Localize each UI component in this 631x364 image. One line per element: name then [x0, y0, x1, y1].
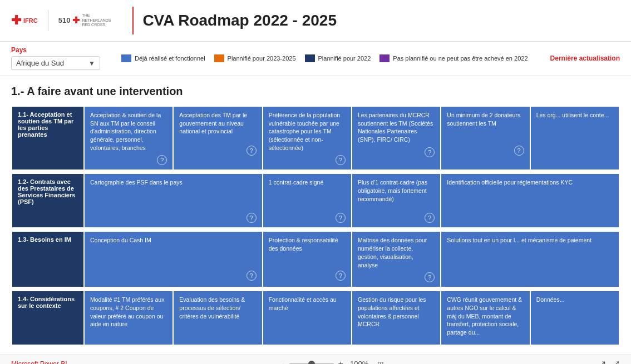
cell-4-2: Evaluation des besoins & processus de sé… — [173, 291, 262, 345]
cell-4-4: Gestion du risque pour les populations a… — [352, 291, 441, 345]
cell-text: Fonctionnalité et accès au marché — [269, 296, 346, 340]
partner-cross-icon: ✚ — [72, 15, 80, 26]
ifrc-text: IFRC — [23, 17, 38, 24]
cell-text: Les org... utilisent le conte... — [536, 111, 613, 156]
cell-text: Cartographie des PSF dans le pays — [90, 178, 257, 210]
legend-item-1: Déjà réalisé et fonctionnel — [121, 54, 205, 62]
page-title: CVA Roadmap 2022 - 2025 — [142, 12, 337, 29]
zoom-percent: 100% — [350, 360, 368, 364]
cell-3-3: Maîtrise des données pour numériser la c… — [352, 231, 441, 287]
cell-1-3: Préférence de la population vulnérable t… — [263, 106, 352, 170]
footer: Microsoft Power BI - + 100% ⊞ ↗ ⤢ — [0, 355, 631, 364]
chevron-down-icon: ▼ — [88, 59, 95, 67]
country-select[interactable]: Afrique du Sud ▼ — [11, 56, 100, 70]
question-icon[interactable]: ? — [336, 155, 346, 165]
cell-3-1: Conception du Cash IM ? — [84, 231, 263, 287]
cell-1-5: Un minimum de 2 donateurs soutiennent le… — [441, 106, 530, 170]
question-icon[interactable]: ? — [514, 146, 524, 156]
row-label-1: 1.1- Acceptation et soutien des TM par l… — [12, 106, 84, 170]
cell-text: Identification officielle pour réglement… — [447, 178, 613, 223]
question-icon[interactable]: ? — [425, 213, 435, 223]
legend-color-not-planned — [379, 54, 390, 62]
cell-2-1: Cartographie des PSF dans le pays ? — [84, 173, 263, 228]
cell-text: Acceptation & soutien de la SN aux TM pa… — [90, 111, 167, 152]
legend-color-planned-2022 — [305, 54, 315, 62]
cell-text: Préférence de la population vulnérable t… — [269, 111, 346, 152]
legend-items: Déjà réalisé et fonctionnel Plannifié po… — [121, 54, 546, 62]
legend-label-1: Déjà réalisé et fonctionnel — [135, 55, 205, 62]
main-container: ✚ IFRC 510 ✚ THE NETHERLANDS RED CROSS C… — [0, 0, 631, 364]
row-label-3: 1.3- Besoins en IM — [12, 231, 84, 287]
country-filter-area: Pays Afrique du Sud ▼ — [11, 46, 100, 70]
cell-4-1: Modalité #1 TM préférés aux coupons, # 2… — [84, 291, 173, 345]
cell-text: Un minimum de 2 donateurs soutiennent le… — [447, 111, 524, 142]
row-label-2: 1.2- Contrats avec des Prestataires de S… — [12, 173, 84, 228]
cell-text: Evaluation des besoins & processus de sé… — [179, 296, 256, 340]
legend-item-4: Pas plannifié ou ne peut pas être achevé… — [379, 54, 528, 62]
cell-4-3: Fonctionnalité et accès au marché — [263, 291, 352, 345]
cell-1-4: Les partenaires du MCRCR soutiennent les… — [352, 106, 441, 170]
expand-icon[interactable]: ⤢ — [613, 358, 620, 364]
last-update-link[interactable]: Dernière actualisation — [550, 54, 620, 62]
fullscreen-icon[interactable]: ⊞ — [377, 360, 384, 364]
cell-text: Données... — [536, 296, 613, 340]
share-icon[interactable]: ↗ — [599, 358, 606, 364]
table-row: 1.2- Contrats avec des Prestataires de S… — [12, 173, 619, 228]
legend-label-3: Plannifié pour 2023-2025 — [228, 55, 296, 62]
cell-text: Conception du Cash IM — [90, 236, 257, 267]
cell-1-1: Acceptation & soutien de la SN aux TM pa… — [84, 106, 173, 170]
legend-label-4: Pas plannifié ou ne peut pas être achevé… — [393, 55, 528, 62]
cell-1-6: Les org... utilisent le conte... — [530, 106, 619, 170]
question-icon[interactable]: ? — [247, 213, 257, 223]
cell-text: Les partenaires du MCRCR soutiennent les… — [358, 111, 435, 144]
header: ✚ IFRC 510 ✚ THE NETHERLANDS RED CROSS C… — [0, 0, 631, 42]
cell-text: Plus d'1 contrat-cadre (pas obligatoire,… — [358, 178, 435, 210]
question-icon[interactable]: ? — [336, 271, 346, 281]
question-icon[interactable]: ? — [247, 146, 257, 156]
partner-number: 510 — [58, 16, 71, 24]
legend-item-3: Plannifié pour 2023-2025 — [214, 54, 296, 62]
cell-4-6: Données... — [530, 291, 619, 345]
cell-text: CWG réunit gouvernement & autres NGO sur… — [447, 296, 524, 340]
zoom-control: - + 100% ⊞ — [282, 359, 384, 364]
cell-3-4: Solutions tout en un pour l... et mécani… — [441, 231, 619, 287]
legend-item-2: Plannifié pour 2022 — [305, 54, 371, 62]
roadmap-table: 1.1- Acceptation et soutien des TM par l… — [11, 106, 620, 346]
zoom-minus-button[interactable]: - — [282, 359, 284, 364]
legend-color-planned-2023 — [214, 54, 224, 62]
question-icon[interactable]: ? — [157, 155, 167, 165]
cell-text: Solutions tout en un pour l... et mécani… — [447, 236, 613, 281]
cell-text: Maîtrise des données pour numériser la c… — [358, 236, 435, 269]
ifrc-logo: ✚ IFRC — [11, 13, 38, 28]
legend-color-already-done — [121, 54, 131, 62]
row-label-4: 1.4- Considérations sur le contexte — [12, 291, 84, 345]
cell-text: Acceptation des TM par le gouvernement a… — [179, 111, 256, 142]
cell-2-2: 1 contrat-cadre signé ? — [263, 173, 352, 228]
table-row: 1.1- Acceptation et soutien des TM par l… — [12, 106, 619, 170]
question-icon[interactable]: ? — [425, 147, 435, 157]
cell-text: Modalité #1 TM préférés aux coupons, # 2… — [90, 296, 167, 340]
cell-text: Gestion du risque pour les populations a… — [358, 296, 435, 340]
partner-logo: 510 ✚ THE NETHERLANDS RED CROSS — [58, 13, 113, 27]
content-area: 1.- A faire avant une intervention 1.1- … — [0, 76, 631, 355]
country-value: Afrique du Sud — [16, 59, 64, 67]
zoom-plus-button[interactable]: + — [338, 359, 343, 364]
legend-label-2: Plannifié pour 2022 — [318, 55, 371, 62]
cell-2-4: Identification officielle pour réglement… — [441, 173, 619, 228]
cell-text: Protection & responsabilité des données — [269, 236, 346, 267]
logo-separator — [48, 10, 48, 31]
cell-4-5: CWG réunit gouvernement & autres NGO sur… — [441, 291, 530, 345]
table-row: 1.3- Besoins en IM Conception du Cash IM… — [12, 231, 619, 287]
question-icon[interactable]: ? — [336, 213, 346, 223]
table-row: 1.4- Considérations sur le contexte Moda… — [12, 291, 619, 345]
cell-2-3: Plus d'1 contrat-cadre (pas obligatoire,… — [352, 173, 441, 228]
pays-label: Pays — [11, 46, 100, 54]
red-cross-icon: ✚ — [11, 13, 21, 28]
logo-area: ✚ IFRC 510 ✚ THE NETHERLANDS RED CROSS — [11, 10, 112, 31]
question-icon[interactable]: ? — [425, 272, 435, 282]
powerbi-link[interactable]: Microsoft Power BI — [11, 360, 67, 364]
partner-text: THE NETHERLANDS RED CROSS — [82, 13, 112, 27]
question-icon[interactable]: ? — [247, 271, 257, 281]
cell-3-2: Protection & responsabilité des données … — [263, 231, 352, 287]
zoom-slider-thumb — [308, 361, 315, 364]
